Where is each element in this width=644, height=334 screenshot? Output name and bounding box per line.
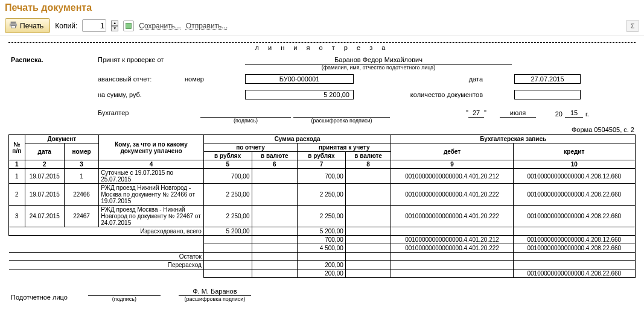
number-value: БУ00-000001 bbox=[245, 74, 354, 84]
sum-label: на сумму, руб. bbox=[95, 90, 180, 99]
col-rub1: в рублях bbox=[203, 152, 252, 160]
svg-rect-3 bbox=[126, 23, 132, 28]
fio-note: (фамилия, имя, отчество подотчетного лиц… bbox=[245, 65, 512, 71]
overrun-row-2: 200,00 00100000000000000.4.208.22.660 bbox=[9, 269, 636, 278]
col-by-report: по отчету bbox=[203, 143, 297, 152]
col-doc: Документ bbox=[25, 135, 99, 143]
table-row: 219.07.201522466РЖД проезд Нижний Новгор… bbox=[9, 184, 636, 206]
totals-label: Израсходовано, всего bbox=[9, 227, 204, 236]
copies-label: Копий: bbox=[55, 22, 77, 30]
copies-spinner[interactable]: ▲ ▼ bbox=[111, 20, 118, 31]
date-year-suffix: 15 bbox=[565, 109, 583, 118]
col-debit: дебет bbox=[391, 143, 513, 160]
print-button-label: Печать bbox=[20, 22, 43, 30]
col-entry: Бухгалтерская запись bbox=[391, 135, 636, 143]
docs-count-value bbox=[514, 90, 581, 99]
signature-row: Подотчетное лицо (подпись) Ф. М. Баранов… bbox=[8, 288, 636, 302]
date-day-wrap: "27" bbox=[455, 109, 497, 118]
svg-rect-2 bbox=[11, 26, 16, 28]
page-title: Печать документа bbox=[0, 0, 644, 16]
toolbar: Печать Копий: ▲ ▼ Сохранить... Отправить… bbox=[0, 16, 644, 36]
date-value: 27.07.2015 bbox=[514, 74, 581, 84]
cut-line-label: л и н и я о т р е з а bbox=[8, 44, 636, 51]
col-rub2: в рублях bbox=[298, 152, 346, 160]
signature-sign-note: (подпись) bbox=[88, 296, 161, 302]
signature-name: Ф. М. Баранов bbox=[179, 288, 251, 296]
accountant-name bbox=[293, 109, 390, 118]
col-sum: Сумма расхода bbox=[203, 135, 391, 143]
signature-sign-line bbox=[88, 288, 161, 296]
split-row-1: 700,00 00100000000000000.4.401.20.212 00… bbox=[9, 236, 636, 244]
accountant-label: Бухгалтер bbox=[95, 108, 198, 118]
cut-line bbox=[8, 42, 636, 43]
form-code: Форма 0504505, с. 2 bbox=[8, 126, 634, 133]
name-note: (расшифровка подписи) bbox=[293, 118, 390, 124]
spinner-down[interactable]: ▼ bbox=[111, 26, 118, 31]
signature-name-note: (расшифровка подписи) bbox=[179, 296, 251, 302]
date-year-g: г. bbox=[585, 110, 604, 118]
send-link[interactable]: Отправить... bbox=[186, 22, 228, 30]
col-no: № п/п bbox=[9, 135, 25, 160]
remainder-row: Остаток bbox=[9, 253, 636, 261]
col-date: дата bbox=[25, 143, 64, 160]
receipt-title: Расписка. bbox=[8, 55, 93, 65]
printer-icon bbox=[9, 20, 18, 31]
date-month: июля bbox=[500, 109, 536, 118]
remainder-label: Остаток bbox=[9, 253, 204, 261]
accountant-sign bbox=[200, 109, 291, 118]
settings-icon[interactable] bbox=[123, 20, 134, 31]
col-credit: кредит bbox=[513, 143, 635, 160]
spinner-up[interactable]: ▲ bbox=[111, 20, 118, 26]
sum-value: 5 200,00 bbox=[245, 90, 354, 99]
number-label: номер bbox=[182, 74, 243, 84]
col-val2: в валюте bbox=[345, 152, 391, 160]
sign-note: (подпись) bbox=[200, 118, 291, 124]
accepted-from-label: Принят к проверке от bbox=[95, 55, 180, 65]
date-label: дата bbox=[383, 74, 485, 84]
docs-count-label: количество документов bbox=[383, 90, 485, 99]
totals-row: Израсходовано, всего 5 200,00 5 200,00 bbox=[9, 227, 636, 236]
col-num: номер bbox=[64, 143, 98, 160]
signature-label: Подотчетное лицо bbox=[8, 292, 70, 302]
sum-button[interactable]: Σ bbox=[626, 20, 639, 32]
date-year-prefix: 20 bbox=[538, 110, 563, 118]
col-val1: в валюте bbox=[252, 152, 298, 160]
table-row: 119.07.20151Суточные с 19.07.2015 по 25.… bbox=[9, 169, 636, 184]
col-accepted: принятая к учету bbox=[298, 143, 391, 152]
svg-rect-0 bbox=[11, 22, 16, 24]
print-button[interactable]: Печать bbox=[5, 18, 50, 33]
accepted-from-value: Баранов Федор Михайлович bbox=[245, 56, 512, 65]
overrun-label: Перерасход bbox=[9, 261, 204, 269]
date-day: 27 bbox=[468, 109, 484, 118]
expense-table: № п/п Документ Кому, за что и по какому … bbox=[8, 134, 636, 278]
table-row: 324.07.201522467РЖД проезд Москва - Нижн… bbox=[9, 206, 636, 227]
overrun-row: Перерасход 200,00 bbox=[9, 261, 636, 269]
col-whom: Кому, за что и по какому документу уплач… bbox=[99, 135, 204, 160]
advance-report-label: авансовый отчет: bbox=[95, 74, 180, 84]
copies-input[interactable] bbox=[82, 19, 106, 32]
document-area: л и н и я о т р е з а Расписка. Принят к… bbox=[0, 36, 644, 307]
save-link[interactable]: Сохранить... bbox=[139, 22, 181, 30]
